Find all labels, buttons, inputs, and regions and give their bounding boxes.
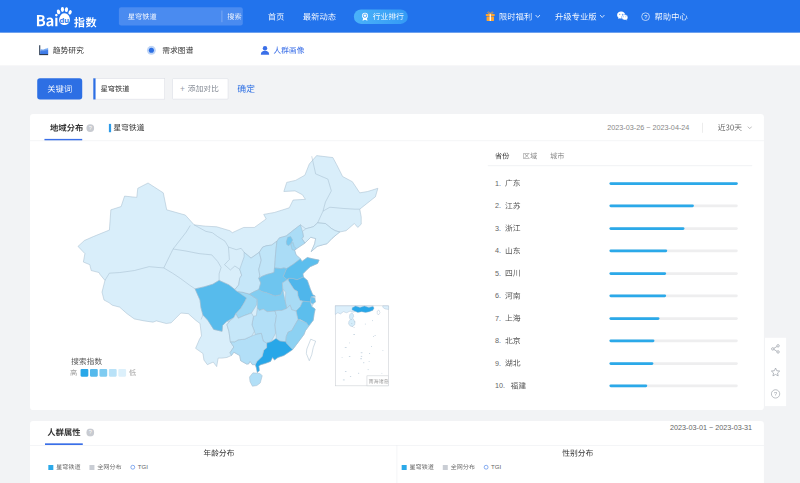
svg-text:?: ? xyxy=(89,125,92,131)
svg-text:du: du xyxy=(60,16,70,25)
svg-text:?: ? xyxy=(774,391,777,397)
svg-text:?: ? xyxy=(644,14,647,20)
svg-text:?: ? xyxy=(89,429,92,435)
